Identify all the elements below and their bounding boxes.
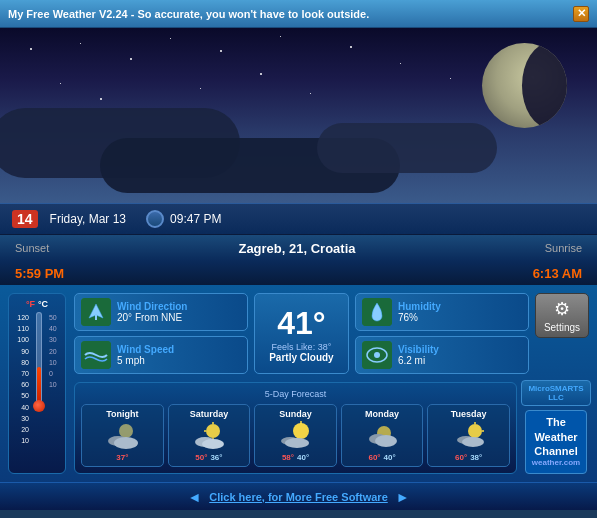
thermo-fill (37, 367, 41, 402)
humidity-icon (362, 298, 392, 326)
right-arrow-icon: ► (396, 489, 410, 505)
visibility-icon (362, 341, 392, 369)
left-arrow-icon: ◄ (187, 489, 201, 505)
forecast-day-sunday: Sunday 58° 40° (254, 404, 337, 467)
wind-direction-text: Wind Direction 20° From NNE (117, 301, 241, 323)
wind-speed-value: 5 mph (117, 355, 241, 366)
gear-icon: ⚙ (554, 298, 570, 320)
svg-point-5 (374, 352, 380, 358)
settings-button[interactable]: ⚙ Settings (535, 293, 589, 338)
moon-shadow (522, 43, 567, 128)
humidity-value: 76% (398, 312, 522, 323)
wind-direction-title: Wind Direction (117, 301, 241, 312)
svg-point-21 (375, 435, 397, 447)
forecast-day-tuesday: Tuesday 60° 38° (427, 404, 510, 467)
date-badge: 14 (12, 210, 38, 228)
wind-speed-icon (81, 341, 111, 369)
app-title: My Free Weather V2.24 - So accurate, you… (8, 8, 369, 20)
weather-channel-logo: TheWeatherChannel weather.com (525, 410, 587, 473)
sun-bar: Sunset Zagreb, 21, Croatia Sunrise (0, 235, 597, 261)
logos-area: MicroSMARTS LLC TheWeatherChannel weathe… (523, 380, 589, 474)
saturday-icon (191, 421, 227, 451)
svg-point-22 (468, 424, 482, 438)
moon-icon (482, 43, 567, 128)
thermo-c-label: °C (38, 299, 48, 309)
micro-smarts-logo: MicroSMARTS LLC (521, 380, 590, 406)
weather-condition: Partly Cloudy (269, 352, 333, 363)
svg-point-6 (119, 424, 133, 438)
day-name-saturday: Saturday (190, 409, 229, 419)
bottom-bar: ◄ Click here, for More Free Software ► (0, 482, 597, 510)
star (350, 46, 352, 48)
wind-direction-value: 20° From NNE (117, 312, 241, 323)
sunset-time: 5:59 PM (15, 266, 64, 281)
tuesday-icon (451, 421, 487, 451)
visibility-card: Visibility 6.2 mi (355, 336, 529, 374)
weather-top: Wind Direction 20° From NNE Wind Speed 5… (74, 293, 589, 374)
star (310, 93, 311, 94)
star (130, 58, 132, 60)
info-cards-right: Humidity 76% Visibility 6.2 mi (355, 293, 529, 374)
star (200, 88, 201, 89)
settings-area: ⚙ Settings (535, 293, 589, 374)
thermo-scale-f: 120 110 100 90 80 70 60 50 40 30 20 10 (17, 312, 29, 446)
forecast-days: Tonight 37° Saturday (81, 404, 510, 467)
sunset-label: Sunset (15, 242, 49, 254)
forecast-day-saturday: Saturday 50° 36° (168, 404, 251, 467)
cloud-3 (317, 123, 497, 173)
thermo-f-label: °F (26, 299, 35, 309)
star (220, 50, 222, 52)
close-button[interactable]: ✕ (573, 6, 589, 22)
forecast-panel: 5-Day Forecast Tonight 37° (74, 382, 517, 474)
star (80, 43, 81, 44)
day-name-tonight: Tonight (106, 409, 138, 419)
weather-panel: Wind Direction 20° From NNE Wind Speed 5… (74, 293, 589, 474)
main-area: °F °C 120 110 100 90 80 70 60 50 40 30 2… (0, 285, 597, 482)
svg-point-26 (462, 437, 484, 447)
tonight-icon (104, 421, 140, 451)
thermo-scale-c: 50 40 30 20 10 0 10 (49, 312, 57, 390)
svg-point-15 (293, 423, 309, 439)
forecast-logos-row: 5-Day Forecast Tonight 37° (74, 380, 589, 474)
thermo-bulb (33, 400, 45, 412)
thermo-labels: °F °C (26, 299, 48, 309)
humidity-text: Humidity 76% (398, 301, 522, 323)
star (260, 73, 262, 75)
humidity-title: Humidity (398, 301, 522, 312)
wind-speed-text: Wind Speed 5 mph (117, 344, 241, 366)
day-name-tuesday: Tuesday (451, 409, 487, 419)
wind-speed-card: Wind Speed 5 mph (74, 336, 248, 374)
visibility-title: Visibility (398, 344, 522, 355)
center-temp-panel: 41° Feels Like: 38° Partly Cloudy (254, 293, 349, 374)
thermometer-panel: °F °C 120 110 100 90 80 70 60 50 40 30 2… (8, 293, 66, 474)
thermo-tube (32, 312, 46, 412)
visibility-value: 6.2 mi (398, 355, 522, 366)
svg-point-9 (206, 424, 220, 438)
star (450, 78, 451, 79)
saturday-temps: 50° 36° (195, 453, 222, 462)
wind-speed-title: Wind Speed (117, 344, 241, 355)
tuesday-temps: 60° 38° (455, 453, 482, 462)
time-display-bar: 5:59 PM 6:13 AM (0, 261, 597, 285)
sunrise-time: 6:13 AM (533, 266, 582, 281)
visibility-text: Visibility 6.2 mi (398, 344, 522, 366)
forecast-day-monday: Monday 60° 40° (341, 404, 424, 467)
forecast-subtitle: 5-Day Forecast (81, 389, 510, 399)
feels-like-text: Feels Like: 38° (272, 342, 332, 352)
date-text: Friday, Mar 13 (50, 212, 126, 226)
svg-point-18 (285, 438, 309, 448)
svg-point-8 (114, 437, 138, 449)
star (170, 38, 171, 39)
wind-direction-card: Wind Direction 20° From NNE (74, 293, 248, 331)
more-software-link[interactable]: Click here, for More Free Software (209, 491, 388, 503)
humidity-card: Humidity 76% (355, 293, 529, 331)
sunrise-label: Sunrise (545, 242, 582, 254)
sunday-temps: 58° 40° (282, 453, 309, 462)
settings-label: Settings (544, 322, 580, 333)
day-name-monday: Monday (365, 409, 399, 419)
star (30, 48, 32, 50)
title-bar: My Free Weather V2.24 - So accurate, you… (0, 0, 597, 28)
star (60, 83, 61, 84)
monday-temps: 60° 40° (368, 453, 395, 462)
forecast-day-tonight: Tonight 37° (81, 404, 164, 467)
